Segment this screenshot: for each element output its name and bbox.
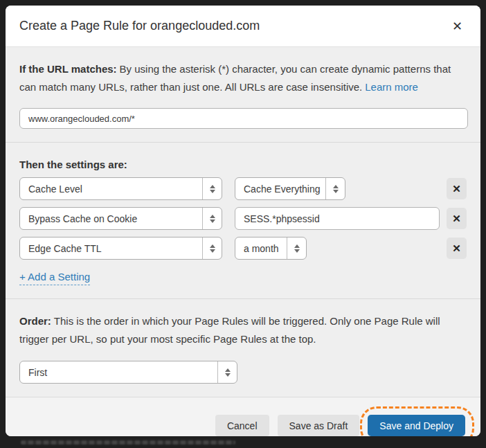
blurred-status-text: [21, 440, 235, 445]
order-section: Order:This is the order in which your Pa…: [6, 298, 480, 397]
setting-value-input-cookie[interactable]: [235, 207, 440, 230]
close-button[interactable]: ✕: [448, 17, 467, 35]
stepper-icon: [287, 238, 306, 259]
remove-icon: ✕: [452, 242, 461, 254]
add-setting-link[interactable]: + Add a Setting: [19, 271, 90, 285]
dimmed-page-background: [0, 436, 486, 448]
setting-row: Cache Level Cache Everything ✕: [19, 177, 467, 200]
setting-row: Edge Cache TTL a month ✕: [19, 237, 467, 260]
stepper-icon: [202, 238, 222, 259]
modal-header: Create a Page Rule for orangeclouded.com…: [6, 6, 480, 47]
remove-setting-button[interactable]: ✕: [447, 238, 467, 259]
setting-select-cache-level[interactable]: Cache Level: [19, 177, 222, 200]
close-icon: ✕: [452, 19, 462, 33]
remove-setting-button[interactable]: ✕: [447, 178, 467, 199]
save-as-draft-button[interactable]: Save as Draft: [278, 415, 360, 436]
setting-value-select-cache-everything[interactable]: Cache Everything: [235, 177, 345, 200]
settings-heading: Then the settings are:: [19, 159, 467, 170]
stepper-icon: [217, 361, 237, 383]
stepper-icon: [325, 178, 345, 199]
stepper-icon: [202, 178, 222, 199]
setting-select-edge-cache-ttl[interactable]: Edge Cache TTL: [19, 237, 222, 260]
page-title: Create a Page Rule for orangeclouded.com: [19, 19, 448, 33]
remove-setting-button[interactable]: ✕: [447, 208, 467, 229]
stepper-icon: [202, 208, 222, 229]
url-match-label: If the URL matches:: [19, 63, 117, 75]
create-page-rule-modal: Create a Page Rule for orangeclouded.com…: [6, 6, 480, 436]
order-label: Order:: [19, 315, 51, 327]
order-select[interactable]: First: [19, 361, 237, 384]
order-description: Order:This is the order in which your Pa…: [19, 312, 462, 348]
save-and-deploy-button[interactable]: Save and Deploy: [368, 415, 465, 436]
setting-select-label: Bypass Cache on Cookie: [20, 213, 202, 224]
setting-value-label: a month: [235, 243, 287, 254]
setting-row: Bypass Cache on Cookie ✕: [19, 207, 467, 230]
setting-select-label: Edge Cache TTL: [20, 243, 202, 254]
url-match-section: If the URL matches:By using the asterisk…: [6, 47, 480, 142]
settings-section: Then the settings are: Cache Level Cache…: [6, 142, 480, 298]
setting-select-label: Cache Level: [20, 183, 202, 195]
setting-value-select-a-month[interactable]: a month: [235, 237, 307, 260]
learn-more-link[interactable]: Learn more: [365, 81, 418, 93]
remove-icon: ✕: [452, 213, 461, 224]
setting-select-bypass-cache[interactable]: Bypass Cache on Cookie: [19, 207, 222, 230]
order-description-text: This is the order in which your Page Rul…: [19, 315, 440, 345]
order-select-label: First: [20, 367, 217, 378]
url-pattern-input[interactable]: [19, 108, 468, 129]
url-match-description: If the URL matches:By using the asterisk…: [19, 60, 462, 96]
remove-icon: ✕: [452, 183, 461, 195]
modal-footer: Cancel Save as Draft Save and Deploy: [6, 397, 480, 436]
setting-value-label: Cache Everything: [235, 183, 325, 195]
cancel-button[interactable]: Cancel: [215, 415, 269, 436]
